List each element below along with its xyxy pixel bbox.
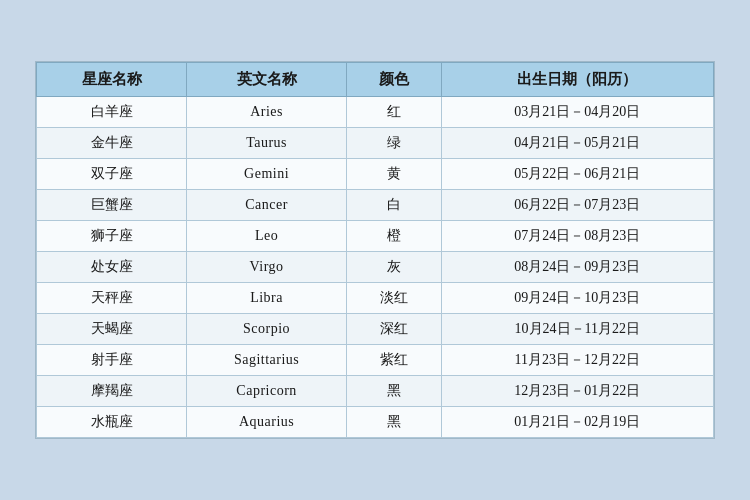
- cell-color: 橙: [347, 221, 441, 252]
- cell-color: 黑: [347, 407, 441, 438]
- cell-birth-dates: 11月23日－12月22日: [441, 345, 713, 376]
- cell-birth-dates: 01月21日－02月19日: [441, 407, 713, 438]
- cell-color: 黑: [347, 376, 441, 407]
- cell-birth-dates: 04月21日－05月21日: [441, 128, 713, 159]
- header-chinese-name: 星座名称: [37, 63, 187, 97]
- cell-color: 白: [347, 190, 441, 221]
- cell-english-name: Taurus: [187, 128, 347, 159]
- cell-color: 深红: [347, 314, 441, 345]
- cell-english-name: Cancer: [187, 190, 347, 221]
- header-birth-date: 出生日期（阳历）: [441, 63, 713, 97]
- cell-english-name: Libra: [187, 283, 347, 314]
- cell-chinese-name: 天秤座: [37, 283, 187, 314]
- table-row: 射手座Sagittarius紫红11月23日－12月22日: [37, 345, 714, 376]
- cell-birth-dates: 03月21日－04月20日: [441, 97, 713, 128]
- table-header-row: 星座名称 英文名称 颜色 出生日期（阳历）: [37, 63, 714, 97]
- cell-birth-dates: 05月22日－06月21日: [441, 159, 713, 190]
- cell-chinese-name: 摩羯座: [37, 376, 187, 407]
- cell-english-name: Sagittarius: [187, 345, 347, 376]
- cell-chinese-name: 金牛座: [37, 128, 187, 159]
- cell-chinese-name: 处女座: [37, 252, 187, 283]
- table-row: 摩羯座Capricorn黑12月23日－01月22日: [37, 376, 714, 407]
- header-color: 颜色: [347, 63, 441, 97]
- cell-birth-dates: 07月24日－08月23日: [441, 221, 713, 252]
- cell-english-name: Aquarius: [187, 407, 347, 438]
- cell-color: 灰: [347, 252, 441, 283]
- cell-english-name: Aries: [187, 97, 347, 128]
- cell-chinese-name: 水瓶座: [37, 407, 187, 438]
- cell-chinese-name: 天蝎座: [37, 314, 187, 345]
- cell-birth-dates: 10月24日－11月22日: [441, 314, 713, 345]
- cell-color: 红: [347, 97, 441, 128]
- zodiac-table: 星座名称 英文名称 颜色 出生日期（阳历） 白羊座Aries红03月21日－04…: [36, 62, 714, 438]
- cell-english-name: Capricorn: [187, 376, 347, 407]
- cell-birth-dates: 09月24日－10月23日: [441, 283, 713, 314]
- cell-birth-dates: 06月22日－07月23日: [441, 190, 713, 221]
- cell-english-name: Gemini: [187, 159, 347, 190]
- table-row: 水瓶座Aquarius黑01月21日－02月19日: [37, 407, 714, 438]
- cell-color: 黄: [347, 159, 441, 190]
- cell-english-name: Leo: [187, 221, 347, 252]
- cell-chinese-name: 巨蟹座: [37, 190, 187, 221]
- cell-english-name: Virgo: [187, 252, 347, 283]
- table-row: 双子座Gemini黄05月22日－06月21日: [37, 159, 714, 190]
- cell-color: 淡红: [347, 283, 441, 314]
- cell-chinese-name: 双子座: [37, 159, 187, 190]
- zodiac-table-container: 星座名称 英文名称 颜色 出生日期（阳历） 白羊座Aries红03月21日－04…: [35, 61, 715, 439]
- table-row: 金牛座Taurus绿04月21日－05月21日: [37, 128, 714, 159]
- table-row: 白羊座Aries红03月21日－04月20日: [37, 97, 714, 128]
- table-row: 狮子座Leo橙07月24日－08月23日: [37, 221, 714, 252]
- table-row: 天蝎座Scorpio深红10月24日－11月22日: [37, 314, 714, 345]
- header-english-name: 英文名称: [187, 63, 347, 97]
- cell-birth-dates: 12月23日－01月22日: [441, 376, 713, 407]
- cell-color: 紫红: [347, 345, 441, 376]
- table-body: 白羊座Aries红03月21日－04月20日金牛座Taurus绿04月21日－0…: [37, 97, 714, 438]
- cell-color: 绿: [347, 128, 441, 159]
- cell-birth-dates: 08月24日－09月23日: [441, 252, 713, 283]
- cell-chinese-name: 狮子座: [37, 221, 187, 252]
- table-row: 巨蟹座Cancer白06月22日－07月23日: [37, 190, 714, 221]
- cell-chinese-name: 白羊座: [37, 97, 187, 128]
- cell-chinese-name: 射手座: [37, 345, 187, 376]
- table-row: 处女座Virgo灰08月24日－09月23日: [37, 252, 714, 283]
- table-row: 天秤座Libra淡红09月24日－10月23日: [37, 283, 714, 314]
- cell-english-name: Scorpio: [187, 314, 347, 345]
